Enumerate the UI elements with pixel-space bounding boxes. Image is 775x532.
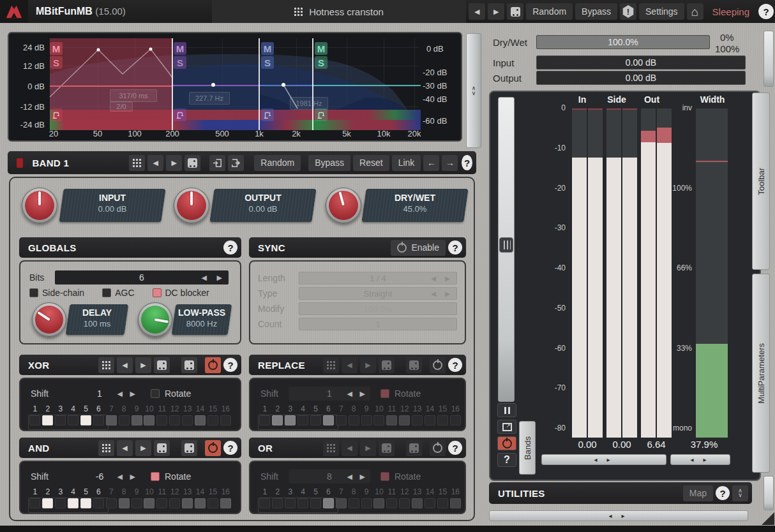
bit-toggle[interactable]	[119, 415, 130, 425]
bit-toggle[interactable]	[323, 498, 334, 508]
band1-harmonics-icon[interactable]	[50, 108, 63, 121]
bit-toggle[interactable]	[285, 498, 296, 508]
bit-toggle[interactable]	[386, 498, 397, 508]
bit-toggle[interactable]	[386, 415, 397, 425]
bit-toggle[interactable]	[132, 415, 142, 425]
bit-toggle[interactable]	[156, 415, 167, 425]
replace-prev-button[interactable]: ◀	[342, 357, 357, 373]
replace-next-button[interactable]: ▶	[360, 357, 376, 373]
band-help-button[interactable]: ?	[462, 155, 472, 170]
lowpass-knob[interactable]	[138, 302, 172, 337]
bit-toggle[interactable]	[93, 415, 104, 425]
and-prev-button[interactable]: ◀	[117, 440, 133, 456]
bit-toggle[interactable]	[207, 415, 218, 425]
bit-toggle[interactable]	[323, 415, 334, 425]
and-power-button[interactable]	[205, 440, 221, 456]
in-meter-left[interactable]	[572, 108, 587, 438]
bit-toggle[interactable]	[336, 498, 347, 508]
meter-scrollbar-right[interactable]: ◂ ▸	[670, 454, 730, 465]
bits-value-bar[interactable]: 6 ◀ ▶	[55, 270, 229, 284]
bit-toggle[interactable]	[373, 498, 384, 508]
bit-toggle[interactable]	[272, 415, 283, 425]
bit-toggle[interactable]	[259, 415, 270, 425]
bit-toggle[interactable]	[361, 415, 372, 425]
band-presets-button[interactable]	[129, 155, 145, 171]
bit-toggle[interactable]	[425, 498, 435, 508]
bit-toggle[interactable]	[450, 498, 461, 508]
and-shift-bar[interactable]: -6 ◀▶	[59, 469, 140, 484]
agc-checkbox[interactable]	[102, 288, 111, 297]
settings-button[interactable]: Settings	[639, 3, 684, 20]
bit-toggle[interactable]	[42, 498, 53, 508]
and-bit-row[interactable]: 12345678910111213141516	[29, 487, 232, 508]
bit-toggle[interactable]	[220, 415, 231, 425]
meter-power-button[interactable]	[497, 436, 516, 450]
bit-toggle[interactable]	[68, 498, 79, 508]
band-color-swatch[interactable]	[17, 158, 23, 168]
sync-modify-row[interactable]: Modify 100.0%	[258, 302, 457, 315]
meter-scrollbar-left[interactable]: ◂ ▸	[541, 454, 666, 465]
bit-toggle[interactable]	[169, 415, 180, 425]
sync-type-row[interactable]: Type Straight◀▶	[258, 287, 457, 300]
bypass-button[interactable]: Bypass	[575, 3, 617, 20]
band-random-button[interactable]: Random	[254, 155, 301, 171]
output-slider[interactable]: 0.00 dB	[536, 71, 746, 85]
meter-help-button[interactable]: ?	[497, 453, 516, 467]
output-value[interactable]: 0.00 dB	[212, 204, 314, 214]
replace-presets-button[interactable]	[323, 357, 339, 373]
bit-toggle[interactable]	[144, 415, 154, 425]
replace-power-button[interactable]	[430, 357, 446, 373]
delay-value[interactable]: 100 ms	[68, 319, 126, 329]
bit-toggle[interactable]	[349, 415, 359, 425]
band1-side-badge[interactable]: S	[50, 56, 63, 69]
bit-toggle[interactable]	[399, 498, 410, 508]
meter-pause-button[interactable]	[497, 403, 516, 417]
lowpass-value[interactable]: 8000 Hz	[174, 319, 230, 329]
drywet-knob[interactable]	[326, 188, 361, 223]
out-meter-left[interactable]	[641, 108, 656, 438]
or-dice2-button[interactable]	[406, 440, 422, 456]
band2-harmonics-icon[interactable]	[174, 108, 186, 121]
crossover-line-2k5[interactable]	[312, 38, 313, 130]
side-meter-right[interactable]	[622, 108, 637, 438]
xor-dice2-button[interactable]	[181, 357, 197, 373]
input-slider[interactable]: 0.00 dB	[536, 55, 746, 70]
bit-toggle[interactable]	[437, 415, 448, 425]
bit-toggle[interactable]	[106, 498, 117, 508]
and-presets-button[interactable]	[98, 440, 114, 456]
multiparameters-tab[interactable]: MultiParameters	[752, 274, 770, 473]
resize-handle[interactable]	[762, 512, 774, 525]
bit-toggle[interactable]	[207, 498, 218, 508]
or-bit-row[interactable]: 12345678910111213141516	[259, 487, 462, 508]
bit-toggle[interactable]	[68, 415, 79, 425]
prev-preset-button[interactable]: ◀	[469, 3, 485, 20]
input-knob[interactable]	[22, 188, 57, 223]
bit-toggle[interactable]	[310, 415, 321, 425]
bit-toggle[interactable]	[55, 498, 66, 508]
bit-toggle[interactable]	[182, 498, 193, 508]
multiband-spectrum-editor[interactable]: M S M S M S M S 317/0 ms 2/0 227.7 Hz 19…	[8, 32, 462, 142]
drywet-slider[interactable]: 100.0%	[536, 35, 710, 49]
sync-enable-button[interactable]: Enable	[391, 240, 446, 256]
sync-count-row[interactable]: Count 1	[258, 318, 457, 330]
map-button[interactable]: Map	[683, 485, 713, 501]
meter-style-icon[interactable]	[499, 237, 513, 253]
bit-toggle[interactable]	[80, 498, 91, 508]
replace-dice1-button[interactable]	[379, 357, 395, 373]
sleeping-indicator[interactable]: Sleeping	[706, 3, 756, 20]
xor-help-button[interactable]: ?	[223, 358, 237, 372]
band3-harmonics-icon[interactable]	[261, 108, 274, 121]
bit-toggle[interactable]	[349, 498, 359, 508]
band-link-button[interactable]: Link	[392, 155, 421, 171]
bit-toggle[interactable]	[297, 498, 308, 508]
xor-rotate-checkbox[interactable]	[151, 389, 160, 398]
next-preset-button[interactable]: ▶	[488, 3, 504, 20]
band-paste-button[interactable]	[228, 155, 244, 171]
bit-toggle[interactable]	[156, 498, 167, 508]
band2-mid-badge[interactable]: M	[174, 42, 186, 55]
bit-toggle[interactable]	[285, 415, 296, 425]
bands-tab[interactable]: Bands	[519, 421, 536, 475]
band1-mid-badge[interactable]: M	[50, 42, 63, 55]
toolbar-tab[interactable]: Toolbar	[752, 92, 770, 270]
band-prev-button[interactable]: ◀	[147, 155, 163, 171]
